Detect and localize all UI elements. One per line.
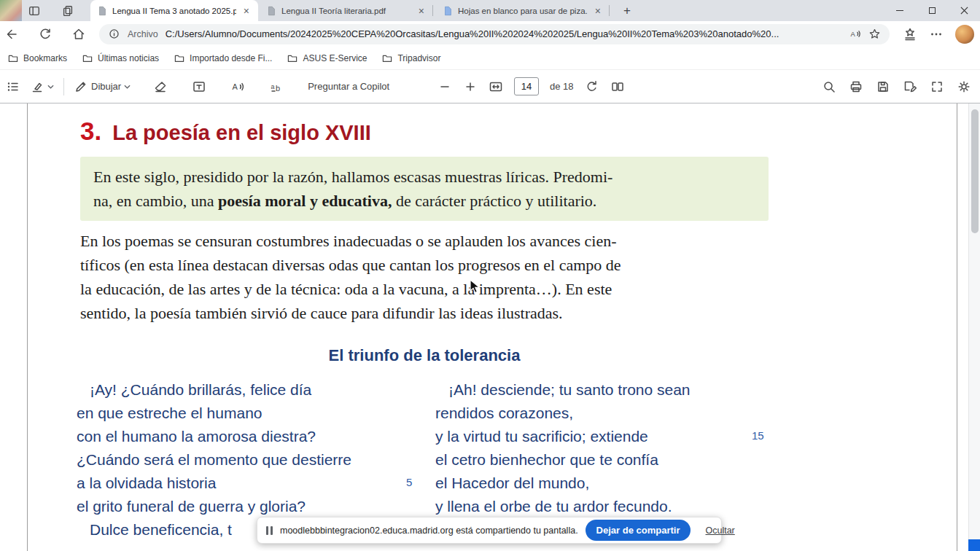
section-number: 3. — [80, 117, 101, 146]
scroll-corner-button[interactable] — [968, 539, 980, 551]
bookmark-label: Bookmarks — [23, 53, 67, 63]
close-tab-icon[interactable]: × — [416, 5, 427, 17]
body-paragraph: En los poemas se censuran costumbres ina… — [80, 229, 780, 325]
close-tab-icon[interactable]: × — [593, 5, 603, 17]
search-button[interactable] — [822, 79, 836, 94]
maximize-button[interactable] — [916, 0, 948, 21]
refresh-button[interactable] — [38, 27, 52, 42]
whiteboard-file-icon — [443, 6, 453, 16]
stop-sharing-button[interactable]: Dejar de compartir — [586, 520, 691, 541]
tab-strip: Lengua II Tema 3 anotado 2025.p... × Len… — [0, 0, 980, 21]
tab-3[interactable]: Hojas en blanco para usar de piza... × — [436, 0, 610, 21]
page-total-label: de 18 — [550, 81, 574, 92]
read-aloud-button[interactable]: A — [230, 79, 245, 94]
bookmark-item[interactable]: Importado desde Fi... — [174, 52, 272, 64]
draw-button[interactable]: Dibujar — [74, 79, 131, 94]
bookmark-item[interactable]: Tripadvisor — [381, 52, 440, 64]
translate-button[interactable]: ab — [269, 79, 284, 94]
fullscreen-icon — [930, 79, 944, 94]
fit-width-icon — [489, 79, 503, 94]
share-message: moodlebbbintegracion02.educa.madrid.org … — [280, 525, 578, 536]
vertical-scrollbar[interactable] — [968, 103, 980, 539]
page-number-input[interactable] — [514, 77, 539, 95]
new-tab-button[interactable]: + — [618, 2, 636, 20]
summary-text: na, en cambio, una — [93, 192, 218, 210]
pdf-file-icon — [97, 6, 107, 16]
pen-icon — [74, 79, 88, 94]
scrollbar-thumb[interactable] — [971, 109, 979, 233]
pdf-toolbar: Dibujar A ab Preguntar a Copilot de 18 — [0, 70, 980, 103]
text-box-icon — [192, 79, 206, 94]
more-menu-icon[interactable] — [929, 27, 944, 42]
maximize-icon — [929, 7, 936, 14]
poem-line: en que estreche el humano — [77, 402, 427, 425]
add-favorite-icon[interactable] — [868, 28, 881, 40]
highlight-button[interactable] — [30, 79, 54, 94]
home-button[interactable] — [71, 27, 86, 42]
tab-2[interactable]: Lengua II Teoría literaria.pdf × — [260, 0, 433, 21]
back-button[interactable] — [4, 27, 19, 42]
minimize-icon — [896, 10, 903, 11]
bookmark-label: ASUS E-Service — [303, 53, 367, 63]
save-as-button[interactable] — [903, 79, 917, 94]
folder-icon — [381, 52, 393, 64]
tab-title: Lengua II Teoría literaria.pdf — [281, 7, 411, 15]
save-as-icon — [903, 79, 917, 94]
zoom-in-button[interactable] — [463, 79, 478, 94]
print-icon — [849, 79, 863, 94]
pdf-file-icon — [266, 6, 276, 16]
poem-title: El triunfo de la tolerancia — [80, 346, 769, 365]
two-pages-icon — [610, 79, 625, 94]
fit-width-button[interactable] — [489, 79, 503, 94]
summary-line: na, en cambio, una poesía moral y educat… — [93, 189, 755, 213]
screen-share-icon — [266, 526, 273, 535]
rotate-button[interactable] — [585, 79, 599, 94]
eraser-icon — [153, 79, 168, 94]
add-text-button[interactable] — [192, 79, 206, 94]
copilot-button[interactable]: Preguntar a Copilot — [308, 81, 389, 92]
page-view-button[interactable] — [610, 79, 625, 94]
tab-layout-icon[interactable] — [26, 3, 42, 19]
pdf-viewport[interactable]: 3. La poesía en el siglo XVIII En este s… — [0, 103, 980, 551]
bookmark-label: Tripadvisor — [397, 53, 440, 63]
favorites-bar-icon[interactable] — [903, 27, 917, 42]
profile-avatar[interactable] — [955, 25, 974, 44]
tab-1[interactable]: Lengua II Tema 3 anotado 2025.p... × — [90, 0, 258, 21]
bookmark-item[interactable]: ASUS E-Service — [287, 52, 367, 64]
poem-line: el grito funeral de guerra y gloria? — [77, 495, 427, 518]
search-icon — [822, 79, 836, 94]
save-icon — [876, 79, 890, 94]
minimize-button[interactable] — [884, 0, 916, 21]
summary-line: En este siglo, presidido por la razón, h… — [93, 165, 755, 189]
read-aloud-address-icon[interactable]: A — [849, 28, 861, 40]
bookmark-item[interactable]: Últimas noticias — [82, 52, 159, 64]
hide-banner-link[interactable]: Ocultar — [705, 525, 734, 536]
zoom-out-button[interactable] — [438, 79, 452, 94]
screen-share-banner: moodlebbbintegracion02.educa.madrid.org … — [257, 517, 722, 544]
url-field[interactable]: Archivo C:/Users/Alumno/Documents/202420… — [99, 24, 890, 44]
close-tab-icon[interactable]: × — [241, 5, 252, 17]
bookmark-label: Últimas noticias — [98, 53, 159, 63]
highlighted-summary-box: En este siglo, presidido por la razón, h… — [80, 157, 769, 221]
url-text[interactable]: C:/Users/Alumno/Documents/20242025%20CEP… — [166, 28, 841, 39]
site-info-icon[interactable] — [108, 28, 120, 40]
poem-line: el Hacedor del mundo, — [435, 472, 756, 495]
poem-line: ¡Ay! ¿Cuándo brillarás, felice día — [77, 378, 427, 402]
poem-line: a la olvidada historia — [77, 472, 427, 495]
print-button[interactable] — [849, 79, 863, 94]
workspaces-icon[interactable] — [60, 3, 76, 19]
corner-thumbnail — [0, 0, 22, 21]
close-window-button[interactable] — [948, 0, 980, 21]
verse-number: 5 — [406, 476, 412, 488]
erase-button[interactable] — [153, 79, 168, 94]
save-button[interactable] — [876, 79, 890, 94]
toc-button[interactable] — [6, 79, 20, 94]
poem-line: el cetro bienhechor que te confía — [435, 448, 756, 472]
pdf-page: 3. La poesía en el siglo XVIII En este s… — [27, 103, 957, 551]
settings-button[interactable] — [957, 79, 971, 94]
toolbar-divider — [63, 78, 64, 95]
bookmark-item[interactable]: Bookmarks — [7, 52, 67, 64]
svg-text:A: A — [233, 82, 238, 91]
fullscreen-button[interactable] — [930, 79, 944, 94]
address-bar-row: Archivo C:/Users/Alumno/Documents/202420… — [0, 21, 980, 47]
